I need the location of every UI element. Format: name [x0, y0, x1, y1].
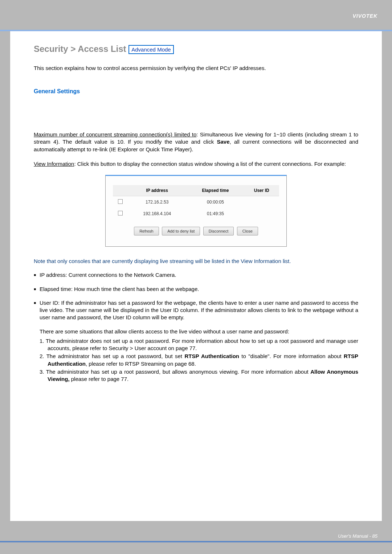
bullet-user-id: User ID: If the administrator has set a … — [34, 299, 358, 321]
content-area: Security > Access List Advanced Mode Thi… — [10, 31, 382, 521]
footer-divider — [0, 541, 392, 542]
section-title: Security > Access List Advanced Mode — [34, 44, 358, 54]
max-connections-paragraph: Maximum number of concurrent streaming c… — [34, 131, 358, 153]
section-title-text: Security > Access List — [34, 44, 126, 54]
advanced-mode-badge: Advanced Mode — [128, 45, 173, 54]
table-header-userid: User ID — [244, 185, 279, 196]
situation-3: 3. The administrator has set up a root p… — [34, 368, 358, 383]
row-elapsed: 00:00:05 — [187, 196, 244, 208]
row-checkbox[interactable] — [118, 199, 123, 204]
intro-paragraph: This section explains how to control acc… — [34, 64, 358, 72]
view-information-paragraph: View Information: Click this button to d… — [34, 160, 358, 168]
table-header-checkbox — [113, 185, 127, 196]
brand-text: VIVOTEK — [353, 13, 377, 19]
row-checkbox[interactable] — [118, 211, 123, 216]
row-ip: 192.168.4.104 — [127, 208, 187, 219]
situation-3-text2: please refer to page 77. — [70, 376, 129, 382]
situation-3-text1: 3. The administrator has set up a root p… — [40, 369, 310, 375]
max-connections-label: Maximum number of concurrent streaming c… — [34, 131, 196, 138]
table-row: 192.168.4.104 01:49:35 — [113, 208, 279, 219]
situation-2-text3: , please refer to RTSP Streaming on page… — [86, 361, 196, 367]
table-header-ip: IP address — [127, 185, 187, 196]
connection-table: IP address Elapsed time User ID 172.16.2… — [113, 185, 279, 219]
header-band: VIVOTEK — [0, 0, 392, 30]
view-information-text: : Click this button to display the conne… — [74, 161, 346, 167]
situation-2-text1: 2. The administrator has set up a root p… — [40, 353, 184, 359]
row-userid — [244, 208, 279, 219]
row-elapsed: 01:49:35 — [187, 208, 244, 219]
disconnect-button[interactable]: Disconnect — [203, 227, 234, 235]
bullet-ip-address: IP address: Current connections to the N… — [34, 271, 358, 279]
situations-intro: There are some situations that allow cli… — [34, 328, 358, 335]
close-button[interactable]: Close — [237, 227, 258, 235]
footer-page-number: User's Manual - 85 — [338, 533, 377, 539]
dialog-button-row: Refresh Add to deny list Disconnect Clos… — [113, 227, 279, 235]
situation-2-bold1: RTSP Authentication — [184, 353, 239, 359]
view-information-label: View Information — [34, 161, 74, 167]
note-paragraph: Note that only consoles that are current… — [34, 258, 358, 265]
situation-1: 1. The administrator does not set up a r… — [34, 337, 358, 352]
save-bold: Save — [217, 139, 229, 145]
table-row: 172.16.2.53 00:00:05 — [113, 196, 279, 208]
bullet-elapsed-time: Elapsed time: How much time the client h… — [34, 286, 358, 293]
situation-2: 2. The administrator has set up a root p… — [34, 353, 358, 368]
general-settings-heading: General Settings — [34, 88, 358, 95]
table-header-elapsed: Elapsed time — [187, 185, 244, 196]
row-userid — [244, 196, 279, 208]
connection-status-dialog: IP address Elapsed time User ID 172.16.2… — [105, 175, 287, 247]
situation-2-text2: to "disable". For more information about — [239, 353, 344, 359]
refresh-button[interactable]: Refresh — [134, 227, 159, 235]
row-ip: 172.16.2.53 — [127, 196, 187, 208]
footer-band: User's Manual - 85 — [0, 532, 392, 554]
add-to-deny-list-button[interactable]: Add to deny list — [162, 227, 200, 235]
